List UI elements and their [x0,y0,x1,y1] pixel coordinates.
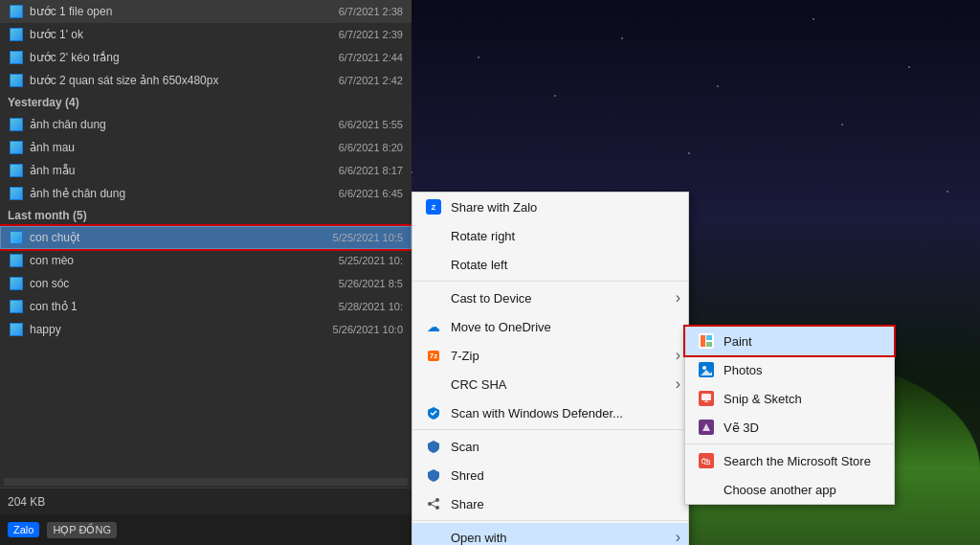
paint-icon [697,331,716,351]
file-size: 204 KB [8,495,45,509]
context-menu-label: Move to OneDrive [451,320,551,334]
context-menu-item-crcsha[interactable]: CRC SHA [412,370,688,398]
zalo-icon: Z [424,197,443,216]
list-item[interactable]: ảnh mau 6/6/2021 8:20 [0,136,412,159]
list-item[interactable]: con sóc 5/26/2021 8:5 [0,272,412,295]
file-icon [9,50,24,65]
context-menu-item-scan[interactable]: Scan [412,432,688,461]
cast-icon [424,288,443,307]
svg-rect-8 [706,342,712,347]
svg-line-3 [430,500,437,504]
context-menu-openwith: Paint Photos Snip & Sketch [684,326,895,505]
another-app-icon [697,480,716,499]
file-name: happy [30,323,325,336]
context-menu-label: Rotate right [451,229,515,243]
taskbar-zalo[interactable]: Zalo [8,522,39,537]
file-date: 5/26/2021 10:0 [333,324,403,335]
list-item[interactable]: bước 2' kéo trắng 6/7/2021 2:44 [0,46,412,69]
file-date: 6/6/2021 6:45 [339,188,403,199]
context-menu-item-share-zalo[interactable]: Z Share with Zalo [412,193,688,221]
file-date: 5/25/2021 10:5 [333,232,403,243]
list-item[interactable]: con mèo 5/25/2021 10: [0,249,412,272]
file-date: 6/6/2021 5:55 [339,119,403,130]
context-menu-label: Photos [724,363,762,377]
defender-icon [424,403,443,422]
file-icon [9,140,24,155]
file-date: 5/26/2021 8:5 [339,278,403,289]
file-name: con chuột [30,231,325,244]
file-name: bước 1' ok [30,28,331,41]
file-icon [9,322,24,337]
file-icon [9,186,24,201]
file-icon [9,73,24,88]
context-menu-item-cast[interactable]: Cast to Device [412,284,688,312]
file-name: ảnh chân dung [30,118,331,131]
list-item[interactable]: con thỏ 1 5/28/2021 10: [0,295,412,318]
file-date: 6/7/2021 2:38 [339,6,403,17]
file-name: bước 2' kéo trắng [30,51,331,64]
context-menu-item-share[interactable]: Share [412,489,688,518]
svg-line-4 [430,504,437,508]
separator [685,443,894,444]
file-date: 6/6/2021 8:17 [339,165,403,176]
context-menu-label: Share with Zalo [451,200,537,215]
context-menu-item-7zip[interactable]: 7z 7-Zip [412,341,688,370]
context-menu-item-onedrive[interactable]: ☁ Move to OneDrive [412,312,688,341]
list-item[interactable]: ảnh mẫu 6/6/2021 8:17 [0,159,412,182]
separator [412,429,688,430]
context-menu-item-rotate-left[interactable]: Rotate left [412,250,688,279]
list-item[interactable]: bước 1' ok 6/7/2021 2:39 [0,23,412,46]
photos-icon [697,360,716,379]
context-menu-item-paint[interactable]: Paint [685,327,894,355]
taskbar-hopdong[interactable]: HỌP ĐỒNG [47,522,117,538]
context-menu-item-photos[interactable]: Photos [685,355,894,384]
file-icon [9,253,24,268]
file-explorer: bước 1 file open 6/7/2021 2:38 bước 1' o… [0,0,412,545]
list-item[interactable]: bước 2 quan sát size ảnh 650x480px 6/7/2… [0,69,412,92]
context-menu-item-defender[interactable]: Scan with Windows Defender... [412,398,688,427]
context-menu-label: Scan with Windows Defender... [451,406,623,420]
file-date: 6/7/2021 2:39 [339,29,403,40]
shred-icon [424,466,443,485]
file-name: con sóc [30,277,331,290]
context-menu-item-another-app[interactable]: Choose another app [685,475,894,504]
svg-rect-13 [702,394,711,400]
context-menu-item-paint3d[interactable]: Vẽ 3D [685,413,894,442]
context-menu-label: Vẽ 3D [724,420,759,435]
file-icon [9,4,24,19]
onedrive-icon: ☁ [424,317,443,336]
context-menu-label: Paint [724,334,752,349]
context-menu-label: Scan [451,440,479,454]
scan-icon [424,437,443,456]
file-date: 6/6/2021 8:20 [339,142,403,153]
context-menu-item-openwith[interactable]: Open with [412,523,688,545]
list-item[interactable]: bước 1 file open 6/7/2021 2:38 [0,0,412,23]
context-menu-main: Z Share with Zalo Rotate right Rotate le… [412,192,689,545]
rotate-right-icon [424,226,443,245]
file-icon [9,163,24,178]
ms-store-icon: 🛍 [697,451,716,470]
status-bar: 204 KB [0,488,412,514]
list-item-selected[interactable]: con chuột 5/25/2021 10:5 [0,226,412,249]
file-date: 6/7/2021 2:44 [339,52,403,63]
scrollbar[interactable] [4,478,408,486]
file-icon [9,27,24,42]
list-item[interactable]: happy 5/26/2021 10:0 [0,318,412,341]
context-menu-item-ms-store[interactable]: 🛍 Search the Microsoft Store [685,446,894,475]
file-icon [9,299,24,314]
list-item[interactable]: ảnh thẻ chân dung 6/6/2021 6:45 [0,182,412,205]
context-menu-item-shred[interactable]: Shred [412,461,688,489]
context-menu-label: Rotate left [451,258,507,272]
file-name: con mèo [30,254,331,267]
context-menu-item-snip-sketch[interactable]: Snip & Sketch [685,384,894,413]
7zip-icon: 7z [424,346,443,365]
file-date: 5/25/2021 10: [339,255,403,266]
context-menu-item-rotate-right[interactable]: Rotate right [412,221,688,250]
file-icon [9,230,24,245]
context-menu-label: Snip & Sketch [724,392,802,406]
section-header-lastmonth: Last month (5) [0,205,412,226]
openwith-icon [424,528,443,545]
list-item[interactable]: ảnh chân dung 6/6/2021 5:55 [0,113,412,136]
file-icon [9,276,24,291]
separator [412,281,688,282]
